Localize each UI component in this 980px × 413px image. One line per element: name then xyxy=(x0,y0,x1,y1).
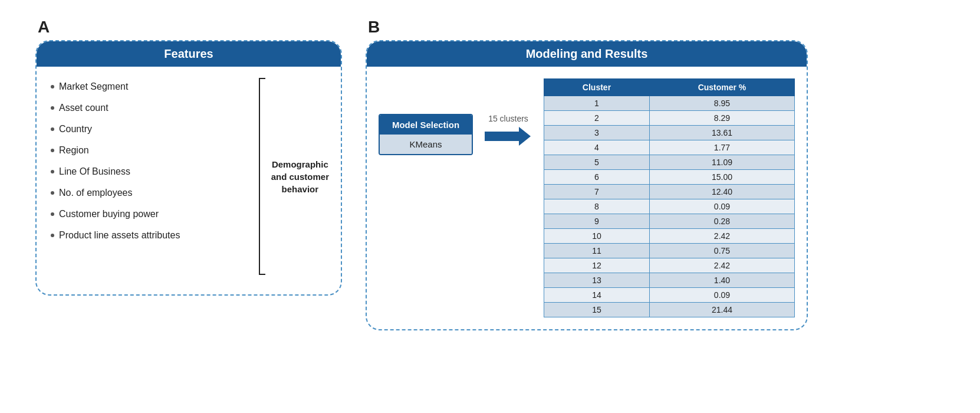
table-row: 90.28 xyxy=(544,214,795,229)
table-cell: 3 xyxy=(544,126,650,140)
table-row: 110.75 xyxy=(544,244,795,258)
table-head: ClusterCustomer % xyxy=(544,79,795,96)
table-row: 131.40 xyxy=(544,273,795,288)
section-a-label: A xyxy=(35,18,50,37)
feature-item: Product line assets attributes xyxy=(51,225,251,246)
feature-item: Asset count xyxy=(51,97,251,119)
table-cell: 9 xyxy=(544,214,650,229)
table-cell: 2 xyxy=(544,111,650,126)
table-row: 1521.44 xyxy=(544,303,795,317)
results-table: ClusterCustomer % 18.9528.29313.6141.775… xyxy=(544,78,795,317)
table-row: 712.40 xyxy=(544,185,795,199)
panel-a: Features Market SegmentAsset countCountr… xyxy=(35,40,342,296)
feature-text: Customer buying power xyxy=(59,209,159,219)
bullet-icon xyxy=(51,212,54,216)
table-cell: 5 xyxy=(544,155,650,170)
table-cell: 10 xyxy=(544,229,650,244)
table-column-header: Cluster xyxy=(544,79,650,96)
table-cell: 11.09 xyxy=(649,155,794,170)
table-cell: 13.61 xyxy=(649,126,794,140)
table-header-row: ClusterCustomer % xyxy=(544,79,795,96)
table-cell: 7 xyxy=(544,185,650,199)
table-cell: 4 xyxy=(544,140,650,155)
section-a-wrapper: A Features Market SegmentAsset countCoun… xyxy=(35,18,342,296)
arrow-icon xyxy=(485,126,532,147)
feature-text: No. of employees xyxy=(59,188,133,198)
svg-marker-0 xyxy=(485,127,531,146)
feature-text: Market Segment xyxy=(59,81,128,92)
arrow-label: 15 clusters xyxy=(488,114,528,123)
table-cell: 8.95 xyxy=(649,96,794,111)
table-cell: 2.42 xyxy=(649,258,794,273)
feature-item: No. of employees xyxy=(51,182,251,204)
table-cell: 1 xyxy=(544,96,650,111)
table-body: 18.9528.29313.6141.77511.09615.00712.408… xyxy=(544,96,795,317)
table-cell: 0.75 xyxy=(649,244,794,258)
table-cell: 0.09 xyxy=(649,199,794,214)
bullet-icon xyxy=(51,127,54,131)
table-cell: 1.77 xyxy=(649,140,794,155)
model-selection-value: KMeans xyxy=(380,135,472,154)
main-container: A Features Market SegmentAsset countCoun… xyxy=(0,0,980,413)
panel-b-content: Model Selection KMeans 15 clusters xyxy=(367,67,807,329)
table-cell: 12.40 xyxy=(649,185,794,199)
model-selection-header: Model Selection xyxy=(380,115,472,135)
features-list: Market SegmentAsset countCountryRegionLi… xyxy=(51,76,251,277)
table-row: 80.09 xyxy=(544,199,795,214)
table-cell: 6 xyxy=(544,170,650,185)
panel-b: Modeling and Results Model Selection KMe… xyxy=(366,40,808,330)
table-row: 41.77 xyxy=(544,140,795,155)
table-cell: 12 xyxy=(544,258,650,273)
feature-item: Market Segment xyxy=(51,76,251,97)
table-cell: 14 xyxy=(544,288,650,303)
feature-text: Product line assets attributes xyxy=(59,230,180,241)
feature-text: Line Of Business xyxy=(59,166,130,177)
table-row: 615.00 xyxy=(544,170,795,185)
table-cell: 8 xyxy=(544,199,650,214)
bullet-icon xyxy=(51,85,54,88)
bracket-group: Demographicand customerbehavior xyxy=(257,76,329,277)
table-cell: 2.42 xyxy=(649,229,794,244)
feature-text: Region xyxy=(59,145,89,156)
bullet-icon xyxy=(51,106,54,110)
table-row: 313.61 xyxy=(544,126,795,140)
table-row: 102.42 xyxy=(544,229,795,244)
bullet-icon xyxy=(51,234,54,237)
table-row: 122.42 xyxy=(544,258,795,273)
table-cell: 15 xyxy=(544,303,650,317)
features-header: Features xyxy=(37,41,341,67)
table-row: 140.09 xyxy=(544,288,795,303)
feature-item: Line Of Business xyxy=(51,161,251,182)
feature-item: Country xyxy=(51,119,251,140)
bracket-svg xyxy=(257,76,267,277)
feature-item: Customer buying power xyxy=(51,204,251,225)
results-table-wrapper: ClusterCustomer % 18.9528.29313.6141.775… xyxy=(544,78,795,317)
table-row: 511.09 xyxy=(544,155,795,170)
bracket-label: Demographicand customerbehavior xyxy=(271,158,329,195)
model-selection-box: Model Selection KMeans xyxy=(379,114,473,155)
table-cell: 15.00 xyxy=(649,170,794,185)
table-cell: 0.09 xyxy=(649,288,794,303)
table-column-header: Customer % xyxy=(649,79,794,96)
table-cell: 13 xyxy=(544,273,650,288)
section-b-wrapper: B Modeling and Results Model Selection K… xyxy=(366,18,808,330)
feature-text: Asset count xyxy=(59,103,108,113)
table-cell: 0.28 xyxy=(649,214,794,229)
section-b-label: B xyxy=(366,18,380,37)
table-cell: 8.29 xyxy=(649,111,794,126)
table-cell: 1.40 xyxy=(649,273,794,288)
bullet-icon xyxy=(51,191,54,195)
bullet-icon xyxy=(51,170,54,173)
feature-item: Region xyxy=(51,140,251,161)
panel-a-content: Market SegmentAsset countCountryRegionLi… xyxy=(37,67,341,283)
table-row: 18.95 xyxy=(544,96,795,111)
feature-text: Country xyxy=(59,124,92,135)
modeling-header: Modeling and Results xyxy=(367,41,807,67)
bullet-icon xyxy=(51,149,54,152)
table-row: 28.29 xyxy=(544,111,795,126)
arrow-container: 15 clusters xyxy=(485,114,532,147)
table-cell: 11 xyxy=(544,244,650,258)
table-cell: 21.44 xyxy=(649,303,794,317)
